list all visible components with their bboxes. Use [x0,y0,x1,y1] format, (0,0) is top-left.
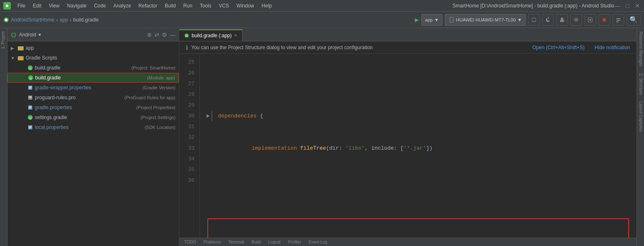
svg-text:G: G [185,34,187,37]
menu-code[interactable]: Code [91,2,109,10]
device-selector[interactable]: HUAWEI HUAWEI MT7-TL00 ▼ [445,14,526,26]
menu-view[interactable]: View [46,2,63,10]
tree-item-build-gradle-project[interactable]: G build.gradle (Project: SmartHome) [7,63,179,73]
sync-icon[interactable]: ⇄ [154,31,159,38]
close-button[interactable]: ✕ [634,2,641,9]
avd-button[interactable] [584,14,596,26]
menu-window[interactable]: Window [233,2,257,10]
tab-close-button[interactable]: × [234,33,237,38]
code-content[interactable]: ▶ dependencies { implementation fileTree… [200,54,637,238]
tree-sub-proguard: (ProGuard Rules for app) [125,95,176,100]
sdk-button[interactable] [570,14,582,26]
tab-profiler[interactable]: Profiler [285,239,305,245]
tab-terminal[interactable]: Terminal [225,239,248,245]
resource-manager-tab[interactable]: Resource Manager [637,28,644,70]
structure-tab[interactable]: Z: Structure [637,70,644,98]
tab-event-log[interactable]: Event Log [305,239,331,245]
maximize-button[interactable]: □ [624,2,631,9]
sidebar-content: ▶ app ▼ Gradle Scripts G build.gradle (P… [7,41,179,246]
menu-run[interactable]: Run [180,2,196,10]
tree-item-proguard[interactable]: proguard-rules.pro (ProGuard Rules for a… [7,93,179,103]
run-icon[interactable]: ▶ [415,16,419,24]
sidebar-header-chevron[interactable]: ▾ [38,32,41,38]
menu-help[interactable]: Help [258,2,275,10]
proguard-icon [27,95,33,100]
menu-file[interactable]: File [14,2,29,10]
tree-sub-local: (SDK Location) [144,125,175,130]
tab-label: build.gradle (:app) [192,33,232,38]
tab-problems[interactable]: Problems [200,239,224,245]
tree-sub-gradle-props: (Project Properties) [136,105,175,110]
sidebar-header-icons: ⊕ ⇄ ⚙ — [147,31,175,38]
tree-sub-build-project: (Project: SmartHome) [132,65,175,70]
gradle-props-icon [27,105,33,110]
sidebar-header-label: Android [19,32,36,38]
svg-rect-9 [561,18,563,20]
event-log-button[interactable] [613,14,624,26]
project-icon [3,17,9,23]
search-everywhere-button[interactable]: 🔍 [627,14,641,26]
tree-label-build-project: build.gradle [35,65,128,71]
sidebar: Android ▾ ⊕ ⇄ ⚙ — ▶ app ▼ Gradle Scripts [7,28,179,246]
tree-item-app[interactable]: ▶ app [7,43,179,53]
notification-text: You can use the Project Structure dialog… [191,45,373,50]
left-tabs: 1: Project [0,28,7,246]
sidebar-header: Android ▾ ⊕ ⇄ ⚙ — [7,28,179,41]
settings-gradle-icon: G [27,115,33,120]
tree-item-gradle-properties[interactable]: gradle.properties (Project Properties) [7,103,179,112]
code-line-25 [207,79,630,89]
tree-item-build-gradle-app[interactable]: G build.gradle (Module: app) [7,73,179,83]
comma-27: , include: [ [365,143,404,154]
str-jar: '*.jar' [404,143,426,154]
code-line-28 [207,175,630,186]
svg-rect-8 [560,20,564,22]
add-module-icon[interactable]: ⊕ [147,31,152,38]
punct-close-27: ]) [426,143,433,154]
tab-gradle-icon: G [184,33,189,38]
project-tab[interactable]: 1: Project [0,28,7,52]
layout-captures-tab[interactable]: Layout Captures [637,98,644,135]
tree-item-local-properties[interactable]: local.properties (SDK Location) [7,122,179,132]
menu-vcs[interactable]: VCS [216,2,233,10]
tree-item-gradle-scripts[interactable]: ▼ Gradle Scripts [7,53,179,63]
menu-refactor[interactable]: Refactor [135,2,161,10]
notification-icon: ℹ [186,44,188,51]
open-project-structure-link[interactable]: Open (Ctrl+Alt+Shift+S) [532,45,584,50]
sync-button[interactable] [528,14,540,26]
collapse-icon[interactable]: — [170,31,175,38]
str-libs: 'libs' [346,143,365,154]
tab-logcat[interactable]: Logcat [265,239,284,245]
tree-sub-wrapper: (Gradle Version) [142,85,175,90]
build-button[interactable] [556,14,568,26]
breadcrumb-module[interactable]: app [60,17,68,23]
avd-icon [587,17,593,23]
tab-build-gradle[interactable]: G build.gradle (:app) × [179,29,243,41]
properties-icon [27,85,33,91]
tab-todo[interactable]: TODO [181,239,199,245]
breadcrumb-file[interactable]: build.gradle [73,17,99,23]
folder-icon [17,45,24,51]
menu-tools[interactable]: Tools [197,2,215,10]
minimize-button[interactable]: — [614,2,621,9]
build-icon [559,17,565,23]
stop-button[interactable] [598,14,610,26]
tree-item-settings-gradle[interactable]: G settings.gradle (Project Settings) [7,112,179,122]
svg-point-14 [589,19,591,21]
tab-build-bottom[interactable]: Build [248,239,264,245]
menu-analyze[interactable]: Analyze [110,2,135,10]
menu-build[interactable]: Build [161,2,179,10]
menu-edit[interactable]: Edit [29,2,45,10]
gradle-sync-button[interactable] [542,14,554,26]
editor-tabs: G build.gradle (:app) × [179,28,637,41]
breadcrumb-project[interactable]: AndroidSmartHome [11,17,54,23]
hide-notification-link[interactable]: Hide notification [595,45,630,50]
impl-keyword-27: implementation [252,143,300,154]
svg-rect-16 [616,18,620,19]
tree-item-gradle-wrapper[interactable]: gradle-wrapper.properties (Gradle Versio… [7,83,179,93]
app-selector[interactable]: app ▼ [421,14,442,26]
app-icon [3,2,11,10]
tree-label-settings: settings.gradle [35,115,137,120]
menu-navigate[interactable]: Navigate [64,2,90,10]
settings-icon[interactable]: ⚙ [162,31,167,38]
fold-icon-26[interactable]: ▶ [207,111,210,122]
